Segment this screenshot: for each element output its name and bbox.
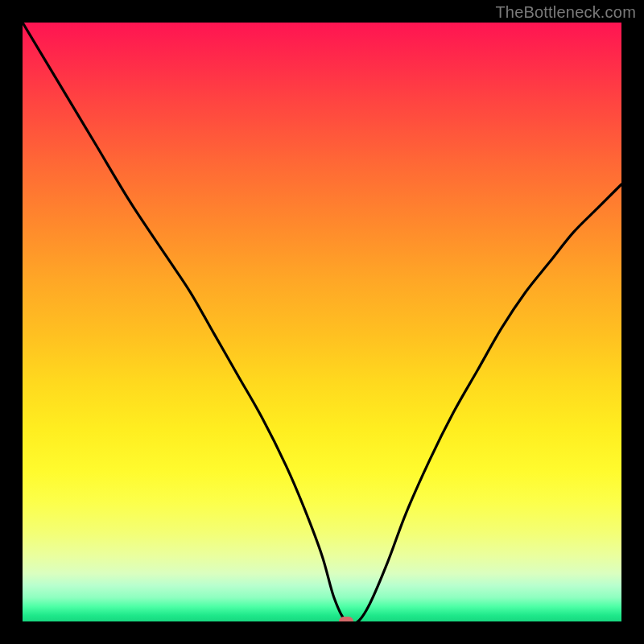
bottleneck-curve (23, 23, 621, 621)
plot-area (23, 23, 621, 621)
plot-frame: TheBottleneck.com (0, 0, 644, 644)
watermark-text: TheBottleneck.com (495, 3, 636, 22)
optimum-marker (339, 617, 353, 621)
